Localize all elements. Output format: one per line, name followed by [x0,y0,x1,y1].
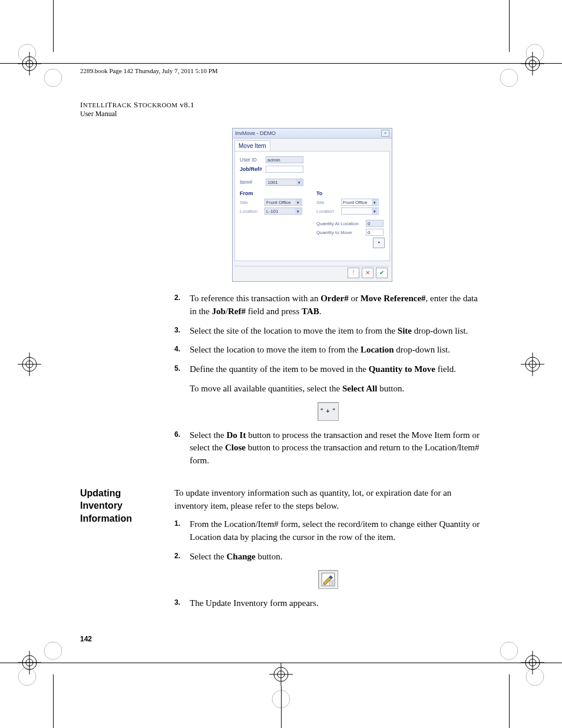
from-site-label: Site [240,200,265,205]
step-3: 3. Select the site of the location to mo… [174,325,482,338]
item-label: Item# [240,179,266,185]
window-titlebar: InvMove - DEMO × [233,129,392,139]
qty-at-location-field: 0 [366,220,384,227]
page-number: 142 [80,635,92,643]
item-dropdown[interactable]: 1001 [266,179,303,186]
from-location-label: Location [240,209,265,214]
doc-subtitle: User Manual [80,110,482,118]
running-header: 2289.book Page 142 Thursday, July 7, 201… [80,67,482,74]
sec2-step-3: 3. The Update Inventory form appears. [174,597,482,610]
to-section-label: To [316,190,385,196]
from-site-dropdown[interactable]: Front Office [265,199,302,206]
to-location-dropdown[interactable] [341,207,379,215]
close-button-icon[interactable]: ✕ [362,268,373,278]
qty-at-location-label: Quantity At Location [316,221,366,226]
close-icon[interactable]: × [381,130,389,137]
section-intro: To update inventory information such as … [174,487,482,513]
section-heading: Updating Inventory Information [80,487,174,525]
from-location-dropdown[interactable]: L-101 [265,207,302,215]
step-5-note: To move all available quantities, select… [174,383,482,396]
user-id-label: User ID [240,157,266,163]
step-5: 5. Define the quantity of the item to be… [174,363,482,376]
window-title: InvMove - DEMO [235,130,276,136]
sec2-step-2: 2. Select the Change button. [174,551,482,564]
user-id-field: admin [266,156,303,163]
jobref-label: Job/Ref# [240,166,266,172]
step-6: 6. Select the Do It button to process th… [174,429,482,467]
doc-version: v8.1 [180,100,194,109]
tab-move-item[interactable]: Move Item [234,140,270,151]
select-all-button[interactable]: ▪ [373,238,385,248]
to-site-dropdown[interactable]: Front Office [341,199,379,206]
to-site-label: Site [316,200,341,205]
jobref-field[interactable] [266,166,303,173]
change-button-icon [318,570,338,589]
doc-title: INTELLITRACK STOCKROOM v8.1 [80,100,482,110]
from-section-label: From [240,190,308,196]
to-location-label: Location [316,209,341,214]
qty-to-move-field[interactable]: 0 [366,229,384,236]
qty-to-move-label: Quantity to Move [316,230,366,235]
step-2: 2. To reference this transaction with an… [174,292,482,318]
step-4: 4. Select the location to move the item … [174,344,482,357]
sec2-step-1: 1. From the Location/Item# form, select … [174,518,482,544]
do-it-button-icon[interactable]: ✔ [376,268,388,278]
select-all-icon: " + " [318,402,339,421]
warning-icon[interactable]: ! [348,268,359,278]
move-item-screenshot: InvMove - DEMO × Move Item User ID admin… [232,128,392,282]
